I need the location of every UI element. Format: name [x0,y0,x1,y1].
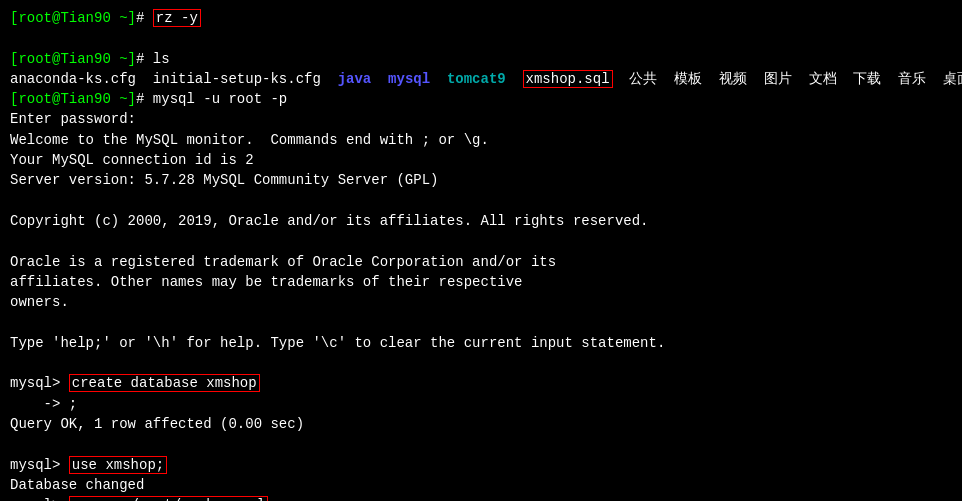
line-oracle-2: affiliates. Other names may be trademark… [10,272,952,292]
enter-password-text: Enter password: [10,111,136,127]
prompt-user: [root@Tian90 ~] [10,10,136,26]
mysql-prompt-3: mysql> [10,497,69,501]
blank-line-3 [10,231,952,251]
line-copyright: Copyright (c) 2000, 2019, Oracle and/or … [10,211,952,231]
line-connection-id: Your MySQL connection id is 2 [10,150,952,170]
mysql-prompt-1: mysql> [10,375,69,391]
line-use-xmshop: mysql> use xmshop; [10,455,952,475]
line-server-version: Server version: 5.7.28 MySQL Community S… [10,170,952,190]
mysql-prompt-2: mysql> [10,457,69,473]
use-command: use xmshop; [69,456,167,474]
line-ls: [root@Tian90 ~]# ls [10,49,952,69]
line-db-changed: Database changed [10,475,952,495]
line-enter-password: Enter password: [10,109,952,129]
blank-line-1 [10,28,952,48]
line-welcome: Welcome to the MySQL monitor. Commands e… [10,130,952,150]
rz-command: rz -y [153,9,201,27]
prompt-ls: [root@Tian90 ~] [10,51,136,67]
blank-line-2 [10,191,952,211]
source-command: source /root/xmshop.sql [69,496,268,501]
file-tomcat: tomcat9 [447,71,506,87]
line-create-db: mysql> create database xmshop [10,373,952,393]
file-anaconda: anaconda-ks.cfg initial-setup-ks.cfg [10,71,338,87]
cn-files: 公共 模板 视频 图片 文档 下载 音乐 桌面 [629,71,962,87]
line-query-ok-1: Query OK, 1 row affected (0.00 sec) [10,414,952,434]
line-oracle-3: owners. [10,292,952,312]
ls-output-1: anaconda-ks.cfg initial-setup-ks.cfg jav… [10,69,952,89]
file-mysql: mysql [388,71,430,87]
line-rz: [root@Tian90 ~]# rz -y [10,8,952,28]
terminal: [root@Tian90 ~]# rz -y [root@Tian90 ~]# … [10,8,952,501]
blank-line-5 [10,353,952,373]
line-type-help: Type 'help;' or '\h' for help. Type '\c'… [10,333,952,353]
line-arrow: -> ; [10,394,952,414]
file-xmshop: xmshop.sql [523,70,613,88]
line-oracle-1: Oracle is a registered trademark of Orac… [10,252,952,272]
line-mysql-cmd: [root@Tian90 ~]# mysql -u root -p [10,89,952,109]
prompt-mysql-cmd: [root@Tian90 ~] [10,91,136,107]
blank-line-6 [10,434,952,454]
line-source: mysql> source /root/xmshop.sql [10,495,952,501]
blank-line-4 [10,312,952,332]
file-java: java [338,71,372,87]
create-db-command: create database xmshop [69,374,260,392]
